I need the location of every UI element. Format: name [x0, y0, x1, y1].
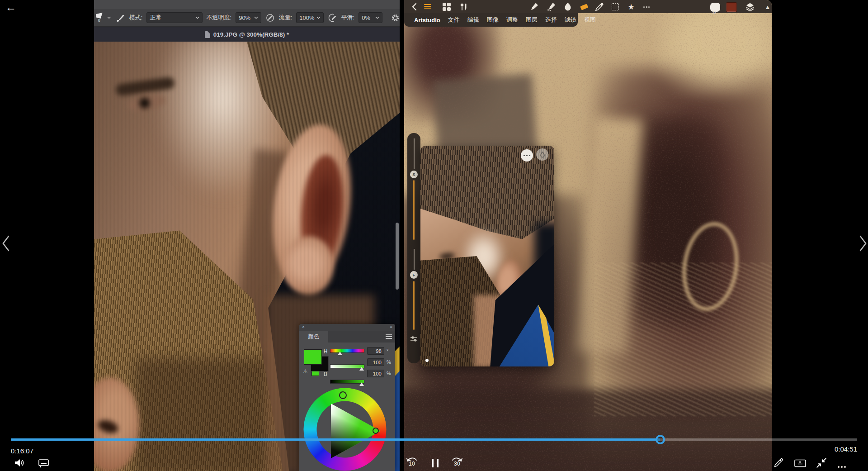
saturation-unit: % [387, 359, 391, 365]
prev-video-button[interactable] [1, 233, 11, 253]
forward-30-button[interactable]: 30 [449, 456, 465, 466]
panel-toggle-triangle-icon[interactable]: ▲ [762, 1, 772, 12]
elapsed-time: 0:16:07 [11, 447, 33, 455]
mode-label: 模式: [129, 14, 143, 22]
remaining-time: 0:04:51 [835, 445, 857, 453]
close-icon[interactable]: × [302, 324, 305, 329]
opacity-dropdown[interactable]: 90% [236, 12, 261, 23]
marquee-select-icon[interactable] [610, 1, 621, 12]
chevron-down-icon [375, 16, 379, 19]
saturation-value[interactable]: 100 [367, 358, 384, 366]
eyedropper-tool-icon[interactable] [594, 1, 605, 12]
flow-slider-track[interactable] [414, 249, 415, 270]
menu-layer[interactable]: 图层 [526, 16, 538, 24]
mode-dropdown[interactable]: 正常 [146, 12, 202, 23]
saturation-slider[interactable] [330, 364, 364, 368]
rewind-10-button[interactable]: 10 [404, 456, 420, 466]
favorites-star-icon[interactable]: ★ [626, 1, 637, 12]
chevron-down-icon[interactable] [107, 16, 111, 19]
photoshop-options-bar: 8 模式: 正常 不透明度: 90% 流量: 100% [94, 9, 400, 27]
artstudio-toolbar: ★ 38 ▲ [404, 0, 772, 13]
menu-view[interactable]: 视图 [584, 16, 596, 24]
collapse-panel-icon[interactable]: « [390, 324, 392, 329]
chevron-down-icon [316, 16, 321, 19]
menu-file[interactable]: 文件 [448, 16, 460, 24]
wet-brush-tool-icon[interactable] [546, 1, 557, 12]
pause-button[interactable] [430, 459, 440, 469]
danmaku-subtitle-icon[interactable] [38, 458, 49, 468]
document-icon [205, 31, 210, 38]
airbrush-icon[interactable] [328, 13, 337, 23]
flow-slider-handle[interactable]: F [410, 271, 418, 279]
menu-artstudio[interactable]: Artstudio [414, 17, 440, 24]
hue-slider-handle[interactable] [338, 352, 342, 355]
shrink-player-icon[interactable] [816, 457, 827, 469]
hue-wheel-selector[interactable] [339, 391, 347, 399]
gallery-grid-icon[interactable] [441, 1, 452, 12]
progress-bar[interactable] [11, 438, 857, 441]
gear-icon[interactable] [391, 14, 400, 22]
brightness-unit: % [387, 371, 391, 376]
keyboard-icon[interactable] [794, 459, 807, 468]
menu-adjust[interactable]: 调整 [506, 16, 518, 24]
brush-tip-icon [96, 13, 103, 19]
hue-slider[interactable] [330, 349, 364, 353]
reference-image-panel[interactable] [420, 146, 554, 366]
mode-value: 正常 [150, 14, 161, 22]
smudge-tool-icon[interactable] [562, 1, 573, 12]
tab-color[interactable]: 颜色 [299, 331, 328, 343]
saturation-slider-handle[interactable] [359, 367, 364, 371]
menu-select[interactable]: 选择 [545, 16, 557, 24]
pencil-note-icon[interactable] [773, 457, 784, 468]
brightness-value[interactable]: 100 [367, 370, 384, 377]
volume-icon[interactable] [14, 457, 26, 468]
smooth-value: 0% [362, 14, 370, 21]
video-player: 8 模式: 正常 不透明度: 90% 流量: 100% [0, 0, 868, 471]
back-button[interactable]: ← [5, 1, 16, 14]
reference-opacity-button[interactable] [536, 148, 548, 161]
size-slider-track[interactable] [414, 138, 415, 169]
paintbrush-tool-icon[interactable] [529, 1, 540, 12]
brush-tool-icon[interactable] [115, 13, 125, 23]
reference-more-button[interactable] [521, 149, 533, 162]
brush-preset-preview[interactable]: 8 [95, 13, 103, 23]
gamut-warning-icon: ⚠ [303, 368, 308, 375]
brightness-label: B [323, 371, 328, 377]
next-video-button[interactable] [858, 233, 868, 253]
hamburger-menu-icon[interactable] [424, 1, 435, 14]
brightness-slider[interactable] [330, 380, 364, 384]
size-slider-fill [413, 180, 415, 240]
smooth-dropdown[interactable]: 0% [359, 12, 382, 23]
canvas-scrollbar[interactable] [396, 223, 399, 290]
brightness-slider-handle[interactable] [359, 382, 364, 386]
forward-30-label: 30 [454, 461, 460, 466]
menu-image[interactable]: 图像 [487, 16, 499, 24]
flow-value: 100% [299, 14, 314, 21]
photoshop-top-strip [94, 0, 400, 9]
foreground-color-swatch[interactable] [304, 349, 322, 365]
smooth-label: 平滑: [341, 14, 355, 22]
hue-value[interactable]: 98 [367, 347, 384, 355]
slider-settings-icon[interactable] [410, 336, 418, 342]
pressure-opacity-icon[interactable] [265, 13, 275, 23]
panel-menu-icon[interactable] [386, 334, 392, 340]
more-options-icon[interactable] [837, 461, 846, 470]
reference-resize-dot[interactable] [425, 359, 429, 362]
progress-handle[interactable] [656, 435, 665, 444]
triangle-selector[interactable] [373, 428, 379, 434]
flow-dropdown[interactable]: 100% [296, 12, 323, 23]
tools-pair-icon[interactable] [458, 1, 469, 12]
more-tools-icon[interactable] [641, 1, 652, 12]
menu-filter[interactable]: 滤镜 [565, 16, 576, 24]
brush-size-value: 8 [98, 19, 100, 23]
size-slider-handle[interactable]: S [410, 171, 418, 178]
progress-fill [11, 438, 660, 441]
document-title-bar: 019.JPG @ 300%(RGB/8) * [94, 27, 400, 42]
menu-edit[interactable]: 编辑 [467, 16, 479, 24]
layers-icon[interactable] [745, 1, 755, 12]
back-chevron-icon[interactable] [409, 1, 420, 12]
chevron-down-icon [254, 16, 258, 19]
brush-slider-strip: S F [407, 133, 420, 363]
current-color-swatch[interactable] [726, 2, 737, 13]
eraser-tool-icon[interactable] [579, 1, 590, 12]
